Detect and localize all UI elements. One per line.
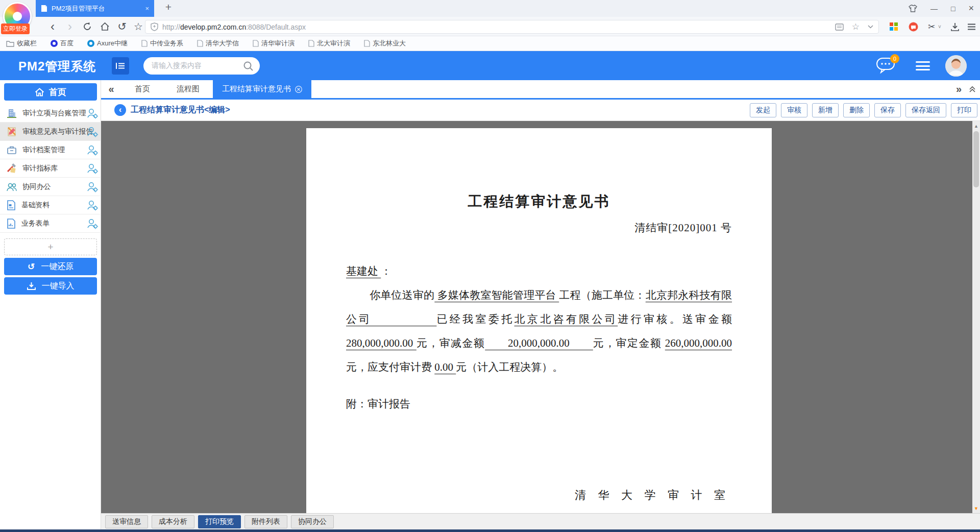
maximize-button[interactable]: □ — [951, 5, 955, 13]
header-menu-button[interactable] — [916, 61, 930, 70]
member-settings-icon[interactable] — [87, 218, 98, 229]
scroll-up-icon[interactable]: ▲ — [972, 122, 980, 130]
sidebar-item-audit-project[interactable]: 审计立项与台账管理 — [0, 104, 101, 123]
doc-number: 清结审[2020]001 号 — [306, 221, 772, 235]
initiate-button[interactable]: 发起 — [750, 103, 776, 117]
undo-icon[interactable]: ↺ — [114, 17, 130, 36]
cost-analysis-button[interactable]: 成本分析 — [152, 515, 194, 528]
avatar-face-icon — [945, 55, 967, 77]
scrollbar-thumb[interactable] — [973, 131, 979, 187]
folder-icon — [6, 40, 14, 47]
messages-button[interactable]: 0 — [876, 56, 898, 77]
page-icon — [308, 40, 314, 47]
sidebar-item-audit-indicators[interactable]: 审计指标库 — [0, 159, 101, 178]
bookmark-star-icon[interactable]: ☆ — [852, 21, 860, 32]
skin-theme-icon[interactable] — [909, 5, 917, 12]
one-key-import-button[interactable]: 一键导入 — [4, 277, 97, 295]
url-text[interactable]: http://develop.pm2.com.cn:8088/Default.a… — [162, 23, 306, 31]
member-settings-icon[interactable] — [87, 108, 98, 119]
page-icon — [197, 40, 203, 47]
member-settings-icon[interactable] — [87, 200, 98, 211]
tab-flowchart[interactable]: 流程图 — [163, 80, 213, 98]
tab-close-icon[interactable] — [295, 86, 302, 93]
save-return-button[interactable]: 保存返回 — [905, 103, 946, 117]
browser-tab-title: PM2项目管理平台 — [52, 4, 145, 13]
login-now-badge[interactable]: 立即登录 — [1, 23, 30, 34]
tabs-scroll-right-icon[interactable]: » — [956, 83, 962, 95]
submission-info-button[interactable]: 送审信息 — [105, 515, 148, 528]
url-bar[interactable]: http://develop.pm2.com.cn:8088/Default.a… — [145, 20, 879, 34]
page-icon — [41, 5, 47, 12]
tab-audit-opinion[interactable]: 工程结算审计意见书 — [213, 80, 311, 98]
download-icon[interactable] — [947, 17, 963, 36]
print-preview-button[interactable]: 打印预览 — [198, 515, 241, 528]
bookmark-favorites-folder[interactable]: 收藏栏 — [6, 39, 37, 48]
back-button[interactable]: ‹ — [114, 104, 126, 116]
document-preview-area: 工程结算审计意见书 清结审[2020]001 号 基建处 ： 你单位送审的 多媒… — [101, 121, 980, 513]
user-avatar[interactable] — [945, 55, 967, 77]
url-scheme: http:// — [162, 23, 180, 31]
chevron-down-icon[interactable] — [868, 25, 873, 29]
member-settings-icon[interactable] — [87, 126, 98, 137]
sidebar: 首页 审计立项与台账管理 审核意见表与审计报告 — [0, 80, 101, 529]
sidebar-item-review-report[interactable]: 审核意见表与审计报告 — [0, 123, 101, 141]
bookmark-baidu[interactable]: 百度 — [51, 39, 74, 48]
reader-mode-icon[interactable] — [835, 23, 844, 31]
new-tab-button[interactable]: + — [161, 1, 176, 13]
sidebar-home-button[interactable]: 首页 — [4, 83, 97, 101]
back-icon[interactable]: ‹ — [45, 17, 60, 36]
add-module-button[interactable]: + — [4, 238, 97, 255]
messenger-icon[interactable] — [905, 17, 921, 36]
reload-icon[interactable] — [80, 17, 95, 36]
browser-navbar: ‹ › ↺ ☆ http://develop.pm2.com.cn:8088/D… — [0, 17, 980, 36]
page-icon — [364, 40, 370, 47]
attachment-list-button[interactable]: 附件列表 — [244, 515, 287, 528]
save-button[interactable]: 保存 — [874, 103, 901, 117]
bottom-edge-strip — [0, 529, 980, 532]
tabbar-right-controls: » — [956, 80, 976, 98]
bookmark-item[interactable]: 清华审计演 — [253, 39, 295, 48]
people-icon — [7, 182, 17, 191]
home-icon[interactable] — [97, 17, 112, 36]
vertical-scrollbar[interactable]: ▲ ▼ — [972, 121, 980, 513]
member-settings-icon[interactable] — [87, 181, 98, 192]
close-button[interactable]: × — [968, 3, 974, 14]
sidebar-item-collaboration[interactable]: 协同办公 — [0, 178, 101, 196]
tabs-scroll-left-icon[interactable]: « — [101, 83, 121, 95]
scroll-down-icon[interactable]: ▼ — [972, 504, 980, 512]
favorite-star-icon[interactable]: ☆ — [131, 17, 146, 36]
member-settings-icon[interactable] — [87, 163, 98, 174]
bookmark-axure[interactable]: Axure中继 — [87, 39, 128, 48]
app-header: PM2管理系统 请输入搜索内容 0 — [0, 51, 980, 80]
review-button[interactable]: 审核 — [781, 103, 807, 117]
bookmark-item[interactable]: 东北林业大 — [364, 39, 406, 48]
delete-button[interactable]: 删除 — [843, 103, 870, 117]
collapse-up-icon[interactable] — [969, 86, 976, 93]
browser-tab[interactable]: PM2项目管理平台 × — [36, 0, 154, 17]
bookmark-item[interactable]: 清华大学信 — [197, 39, 239, 48]
sidebar-item-business-forms[interactable]: 业务表单 — [0, 214, 101, 233]
print-button[interactable]: 打印 — [951, 103, 977, 117]
url-host: develop.pm2.com.cn — [180, 23, 246, 31]
browser-menu-icon[interactable] — [964, 17, 979, 36]
forward-icon[interactable]: › — [62, 17, 78, 36]
member-settings-icon[interactable] — [87, 144, 98, 156]
add-button[interactable]: 新增 — [812, 103, 839, 117]
sidebar-item-basic-data[interactable]: 基础资料 — [0, 196, 101, 214]
search-icon[interactable] — [243, 61, 254, 71]
tab-close-icon[interactable]: × — [145, 5, 149, 12]
page-icon — [253, 40, 259, 47]
collapse-menu-icon — [116, 62, 125, 69]
app-grid-icon[interactable] — [886, 17, 901, 36]
tab-home[interactable]: 首页 — [121, 80, 163, 98]
main-area: « 首页 流程图 工程结算审计意见书 » ‹ 工程结算审计意见书<编辑> 发起 … — [101, 80, 980, 529]
sidebar-item-audit-archive[interactable]: 审计档案管理 — [0, 141, 101, 159]
sidebar-collapse-button[interactable] — [112, 57, 129, 75]
one-key-restore-button[interactable]: ↺ 一键还原 — [4, 258, 97, 275]
collaboration-button[interactable]: 协同办公 — [291, 515, 334, 528]
bookmark-item[interactable]: 北大审计演 — [308, 39, 350, 48]
minimize-button[interactable]: — — [930, 5, 938, 13]
scissors-dropdown-icon[interactable]: ˅ — [936, 17, 943, 36]
global-search-input[interactable]: 请输入搜索内容 — [143, 57, 260, 75]
bookmark-item[interactable]: 中传业务系 — [141, 39, 183, 48]
